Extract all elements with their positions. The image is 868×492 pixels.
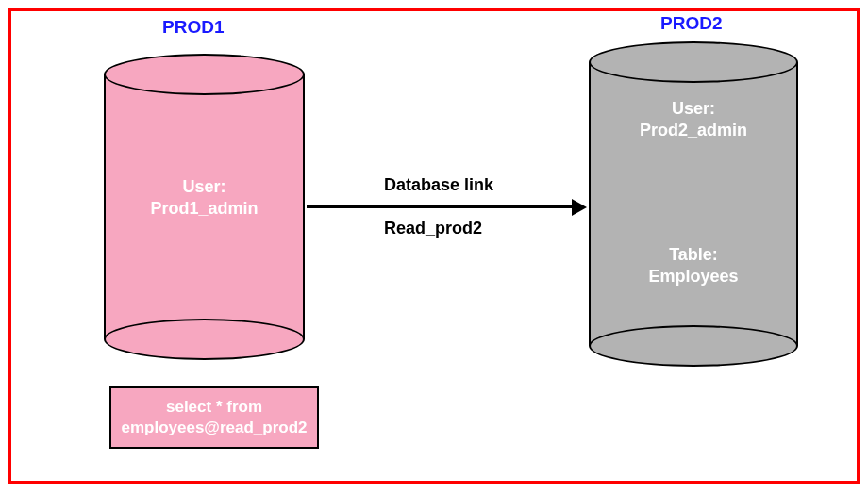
db1-title: PROD1: [162, 17, 224, 38]
sql-query-box: select * from employees@read_prod2: [109, 386, 319, 449]
sql-line-1: select * from: [166, 398, 262, 416]
db2-user-value: Prod2_admin: [640, 121, 747, 139]
db2-title: PROD2: [660, 13, 722, 34]
sql-line-2: employees@read_prod2: [121, 418, 307, 436]
dblink-arrow-head: [572, 199, 587, 216]
dblink-label-1: Database link: [384, 175, 493, 195]
db1-user-value: Prod1_admin: [150, 199, 258, 218]
db2-table-block: Table: Employees: [589, 244, 798, 288]
db2-table-value: Employees: [648, 267, 738, 286]
db2-user-block: User: Prod2_admin: [589, 98, 798, 142]
db1-user-label: User:: [182, 177, 225, 196]
db1-user-block: User: Prod1_admin: [104, 176, 305, 221]
db2-table-label: Table:: [669, 245, 718, 264]
db2-user-label: User:: [672, 99, 715, 118]
dblink-arrow-line: [307, 205, 574, 208]
db1-cylinder: User: Prod1_admin: [104, 54, 305, 360]
db2-cylinder: User: Prod2_admin Table: Employees: [589, 41, 798, 367]
dblink-label-2: Read_prod2: [384, 219, 482, 238]
diagram-frame: PROD1 PROD2 User: Prod1_admin User: Prod…: [8, 8, 860, 484]
